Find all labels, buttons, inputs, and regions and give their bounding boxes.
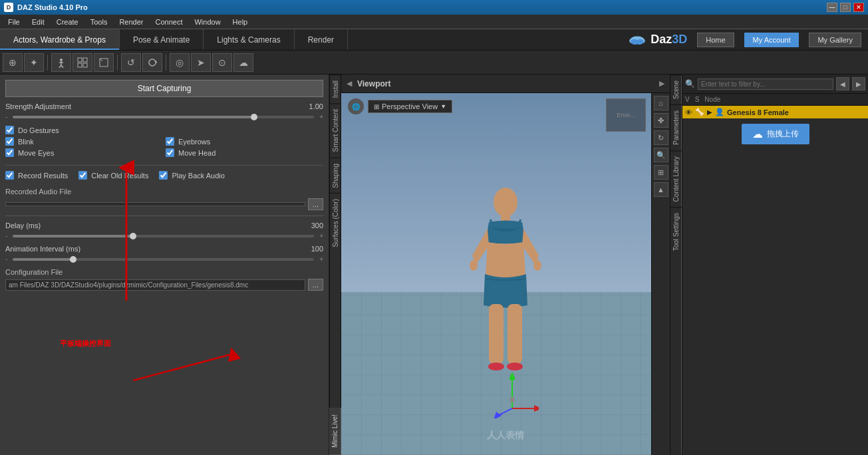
- parameters-tab[interactable]: Parameters: [670, 104, 682, 150]
- search-input[interactable]: [698, 78, 833, 90]
- home-button[interactable]: Home: [697, 33, 734, 47]
- search-prev-btn[interactable]: ◀: [836, 77, 849, 90]
- viewport-area: ◀ Viewport ▶ 🌐 ⊞ Perspective View ▼ Envi…: [341, 75, 670, 455]
- scene-tab[interactable]: Scene: [670, 75, 682, 104]
- move-head-checkbox[interactable]: [166, 148, 174, 157]
- content-library-tab[interactable]: Content Library: [670, 150, 682, 207]
- eyebrows-checkbox[interactable]: [166, 137, 174, 146]
- delay-slider-row: - +: [5, 232, 323, 239]
- svg-rect-12: [83, 63, 87, 67]
- menu-file[interactable]: File: [3, 17, 25, 27]
- tool-box[interactable]: [94, 53, 114, 72]
- strength-slider[interactable]: [13, 116, 314, 118]
- delay-thumb[interactable]: [130, 233, 136, 239]
- strength-thumb[interactable]: [251, 114, 257, 120]
- viewport-expand-icon[interactable]: ▶: [659, 79, 664, 88]
- logo-area: Daz3D Home My Account My Gallery: [621, 29, 868, 50]
- divider-2: [5, 216, 323, 216]
- do-gestures-checkbox[interactable]: [5, 126, 14, 134]
- play-back-checkbox[interactable]: [159, 171, 168, 180]
- viewport-orbit-btn[interactable]: ↻: [654, 130, 668, 145]
- viewport-up-btn[interactable]: ▲: [654, 182, 668, 197]
- delay-plus[interactable]: +: [319, 232, 323, 239]
- viewport-frame-btn[interactable]: ⊞: [654, 165, 668, 180]
- anim-minus[interactable]: -: [5, 255, 7, 263]
- preview-label: Envir...: [617, 112, 635, 118]
- move-eyes-checkbox[interactable]: [5, 148, 14, 157]
- record-results-checkbox[interactable]: [5, 171, 14, 180]
- viewport-move-btn[interactable]: ✤: [654, 113, 668, 128]
- shaping-tab[interactable]: Shaping: [330, 158, 341, 194]
- menu-tools[interactable]: Tools: [85, 17, 113, 27]
- menu-render[interactable]: Render: [114, 17, 148, 27]
- upload-button[interactable]: ☁ 拖拽上传: [742, 124, 809, 144]
- tool-cloud[interactable]: ☁: [233, 53, 253, 72]
- start-capturing-button[interactable]: Start Capturing: [5, 80, 323, 97]
- tool-target[interactable]: ◎: [170, 53, 190, 72]
- tool-rotate[interactable]: ↺: [121, 53, 141, 72]
- audio-file-input[interactable]: [5, 202, 305, 206]
- my-gallery-button[interactable]: My Gallery: [809, 33, 861, 47]
- search-next-btn[interactable]: ▶: [852, 77, 865, 90]
- delay-slider[interactable]: [13, 235, 314, 237]
- anim-interval-label: Animation Interval (ms): [5, 245, 80, 253]
- clear-old-label: Clear Old Results: [91, 172, 148, 180]
- audio-browse-button[interactable]: ...: [308, 198, 323, 210]
- menu-connect[interactable]: Connect: [150, 17, 188, 27]
- anim-thumb[interactable]: [70, 256, 76, 263]
- surfaces-tab[interactable]: Surfaces (Color): [330, 193, 341, 253]
- tool-arrow-right[interactable]: ➤: [191, 53, 211, 72]
- strength-minus[interactable]: -: [5, 113, 7, 120]
- tool-sparkle[interactable]: ✦: [24, 53, 44, 72]
- svg-marker-29: [509, 372, 515, 380]
- delay-minus[interactable]: -: [5, 232, 7, 239]
- play-back-row: Play Back Audio: [159, 171, 225, 180]
- mimic-live-tab[interactable]: Mimic Live!: [329, 408, 341, 455]
- menu-edit[interactable]: Edit: [27, 17, 50, 27]
- viewport-right-controls: ⌂ ✤ ↻ 🔍 ⊞ ▲: [651, 93, 670, 455]
- anim-slider[interactable]: [13, 258, 314, 261]
- maximize-button[interactable]: □: [840, 3, 851, 12]
- svg-line-32: [499, 408, 512, 415]
- svg-line-8: [61, 65, 63, 68]
- viewport-canvas[interactable]: 🌐 ⊞ Perspective View ▼ Envir...: [341, 93, 670, 455]
- blink-row: Blink: [5, 137, 163, 146]
- my-account-button[interactable]: My Account: [744, 33, 799, 47]
- tool-grid[interactable]: [72, 53, 92, 72]
- install-tab[interactable]: Install: [330, 75, 341, 103]
- viewport-collapse-icon[interactable]: ◀: [347, 79, 352, 88]
- tool-capture[interactable]: ⊕: [3, 53, 23, 72]
- tab-actors-wardrobe[interactable]: Actors, Wardrobe & Props: [0, 29, 120, 50]
- anim-plus[interactable]: +: [319, 255, 323, 263]
- window-controls[interactable]: — □ ✕: [827, 3, 864, 12]
- viewport-label: Viewport: [357, 79, 390, 88]
- close-button[interactable]: ✕: [853, 3, 864, 12]
- tab-render[interactable]: Render: [295, 29, 348, 50]
- strength-plus[interactable]: +: [319, 113, 323, 120]
- tool-circle[interactable]: ⊙: [212, 53, 232, 72]
- viewport-zoom-btn[interactable]: 🔍: [654, 148, 668, 162]
- tool-figure[interactable]: [51, 53, 71, 72]
- eye-icon: 👁: [685, 108, 692, 116]
- blink-checkbox[interactable]: [5, 137, 14, 146]
- clear-old-checkbox[interactable]: [78, 171, 87, 180]
- genesis-label: Genesis 8 Female: [727, 108, 789, 116]
- chevron-icon[interactable]: ▶: [707, 108, 712, 116]
- config-browse-button[interactable]: ...: [308, 279, 323, 291]
- menu-help[interactable]: Help: [227, 17, 253, 27]
- menu-window[interactable]: Window: [189, 17, 225, 27]
- daz-logo: Daz3D: [628, 31, 687, 49]
- menu-create[interactable]: Create: [51, 17, 84, 27]
- viewport-home-btn[interactable]: ⌂: [654, 96, 668, 110]
- genesis-8-female-item[interactable]: 👁 🦴 ▶ 👤 Genesis 8 Female: [682, 106, 868, 118]
- minimize-button[interactable]: —: [827, 3, 837, 12]
- perspective-dropdown[interactable]: ⊞ Perspective View ▼: [368, 100, 452, 113]
- tab-lights-cameras[interactable]: Lights & Cameras: [204, 29, 294, 50]
- tool-rotate-right[interactable]: [142, 53, 162, 72]
- daz-logo-text: Daz3D: [651, 33, 687, 47]
- move-head-label: Move Head: [178, 149, 216, 157]
- config-file-input[interactable]: am Files/DAZ 3D/DAZStudio4/plugins/dzmim…: [5, 279, 305, 291]
- smart-content-tab[interactable]: Smart Content: [330, 103, 341, 157]
- tab-pose-animate[interactable]: Pose & Animate: [120, 29, 204, 50]
- tool-settings-tab[interactable]: Tool Settings: [670, 207, 682, 256]
